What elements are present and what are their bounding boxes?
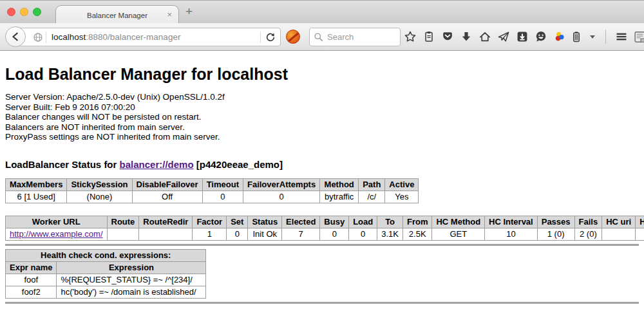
color-dots-icon [553, 30, 566, 43]
tab-close-icon[interactable]: × [167, 10, 172, 20]
send-tab-button[interactable] [494, 23, 513, 50]
col-header: From [402, 216, 432, 228]
downloads-button[interactable] [457, 23, 475, 50]
urlbar-divider [46, 32, 46, 43]
balancer-demo-link[interactable]: balancer://demo [120, 159, 194, 170]
worker-url-link[interactable]: http://www.example.com/ [10, 229, 103, 239]
url-text: localhost:8880/balancer-manager [52, 32, 180, 42]
home-button[interactable] [475, 23, 494, 50]
url-bar[interactable]: localhost:8880/balancer-manager [17, 28, 281, 46]
search-icon [314, 32, 323, 42]
col-header: Elected [282, 216, 320, 228]
chevron-down-icon [590, 35, 595, 39]
cell-expression: hc('body') =~ /domain is established/ [57, 286, 206, 298]
bookmark-star-button[interactable] [401, 23, 419, 50]
reload-button[interactable] [261, 28, 280, 46]
tab-strip: Balancer Manager × + [0, 0, 644, 23]
paper-plane-icon [497, 30, 510, 43]
col-header: Worker URL [6, 216, 108, 228]
col-header: Load [349, 216, 377, 228]
cell-disablefailover: Off [132, 191, 202, 203]
hamburger-icon [615, 30, 628, 43]
battery-icon [570, 30, 583, 43]
col-header: Path [359, 178, 385, 191]
menu-button[interactable] [612, 23, 630, 50]
url-domain: localhost [52, 32, 86, 42]
cell-hc-uri [602, 228, 636, 240]
persist-notice-line: Balancer changes will NOT be persisted o… [5, 112, 639, 122]
col-header: Busy [320, 216, 349, 228]
home-icon [478, 30, 491, 43]
cell-status: Init Ok [248, 228, 282, 240]
site-identity-globe-icon[interactable] [33, 32, 43, 42]
zoom-window-button[interactable] [33, 8, 41, 16]
minimize-window-button[interactable] [20, 8, 28, 16]
back-arrow-icon [10, 31, 21, 42]
cell-busy: 0 [320, 228, 349, 240]
col-header: Expr name [6, 261, 57, 274]
cell-expression: %{REQUEST_STATUS} =~ /^[234]/ [57, 274, 206, 286]
color-picker-extension-button[interactable] [550, 23, 569, 50]
reading-list-button[interactable] [419, 23, 438, 50]
search-input[interactable] [326, 32, 396, 42]
close-window-button[interactable] [7, 8, 15, 16]
health-check-table: Health check cond. expressions: Expr nam… [5, 249, 206, 299]
col-header: Set [227, 216, 248, 228]
col-header: Expression [57, 261, 206, 274]
cell-from: 2.5K [402, 228, 432, 240]
cell-method: bytraffic [320, 191, 359, 203]
col-header: Passes [537, 216, 574, 228]
tab-balancer-manager[interactable]: Balancer Manager × [55, 5, 179, 24]
col-header: DisableFailover [132, 178, 202, 191]
cell-elected: 7 [282, 228, 320, 240]
worker-status-table: Worker URL Route RouteRedir Factor Set S… [5, 216, 644, 241]
chat-smiley-button[interactable] [531, 23, 550, 50]
noscript-blocker-icon[interactable] [286, 30, 300, 44]
new-tab-button[interactable]: + [185, 5, 193, 19]
server-version-line: Server Version: Apache/2.5.0-dev (Unix) … [5, 92, 639, 102]
boxed-download-icon [516, 30, 529, 43]
table-row: foof2 hc('body') =~ /domain is establish… [6, 286, 206, 298]
cell-to: 3.1K [377, 228, 403, 240]
clipboard-icon [422, 30, 435, 43]
battery-extension-button[interactable] [569, 23, 584, 50]
screenshot-extension-button[interactable] [630, 23, 644, 50]
table-row: http://www.example.com/ 1 0 Init Ok 7 0 … [6, 228, 644, 240]
toolbar-icon-row [401, 23, 644, 50]
balancer-status-heading: LoadBalancer Status for balancer://demo … [5, 159, 639, 170]
col-header: FailoverAttempts [243, 178, 319, 191]
overflow-caret-button[interactable] [584, 23, 600, 50]
col-header: HC Method [432, 216, 485, 228]
col-header: HC Interval [485, 216, 538, 228]
divider [5, 244, 639, 246]
cell-active: Yes [385, 191, 419, 203]
col-header: To [377, 216, 403, 228]
cell-stickysession: (None) [67, 191, 132, 203]
search-bar[interactable] [309, 28, 401, 46]
page-grid-icon [633, 30, 644, 44]
smiley-bubble-icon [535, 30, 547, 43]
col-header: StickySession [67, 178, 132, 191]
page-title: Load Balancer Manager for localhost [5, 65, 639, 84]
pocket-icon [441, 30, 454, 43]
cell-maxmembers: 6 [1 Used] [6, 191, 67, 203]
table-header-row: Worker URL Route RouteRedir Factor Set S… [6, 216, 644, 228]
status-suffix: [p4420eeae_demo] [194, 159, 283, 170]
page-content: Load Balancer Manager for localhost Serv… [0, 51, 644, 316]
pocket-button[interactable] [438, 23, 457, 50]
cell-factor: 1 [193, 228, 227, 240]
col-header: Route [107, 216, 139, 228]
download-arrow-icon [460, 30, 473, 43]
cell-passes: 1 (0) [537, 228, 574, 240]
cell-routeredir [139, 228, 193, 240]
url-path: :8880/balancer-manager [86, 32, 180, 42]
table-header-row: MaxMembers StickySession DisableFailover… [6, 178, 419, 191]
col-header: Fails [574, 216, 602, 228]
cell-hc-method: GET [432, 228, 485, 240]
window-controls [7, 8, 41, 16]
back-button[interactable] [5, 26, 26, 47]
extension-download-button[interactable] [513, 23, 531, 50]
reload-icon [265, 32, 276, 42]
cell-timeout: 0 [202, 191, 243, 203]
health-table-title: Health check cond. expressions: [6, 249, 206, 261]
